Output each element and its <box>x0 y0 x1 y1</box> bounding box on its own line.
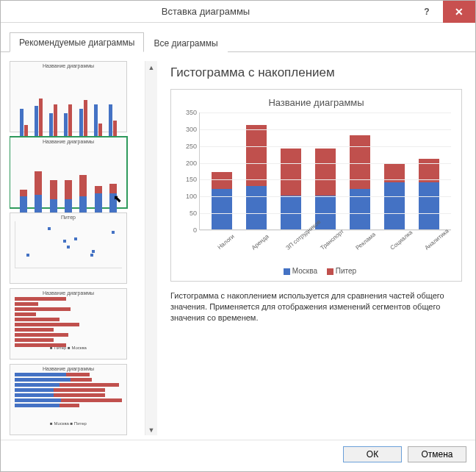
ok-button[interactable]: ОК <box>343 446 402 462</box>
thumb-scatter[interactable]: Питер <box>10 212 127 284</box>
y-tick: 0 <box>179 226 197 234</box>
thumb-title: Название диаграммы <box>12 63 125 68</box>
close-button[interactable]: ✕ <box>443 1 475 23</box>
tabstrip: Рекомендуемые диаграммы Все диаграммы <box>1 23 475 52</box>
chart-plot-area: 050100150200250300350 <box>199 112 451 230</box>
legend-swatch-b <box>327 268 333 275</box>
y-tick: 300 <box>179 126 197 133</box>
thumb-chart <box>15 297 122 344</box>
thumb-chart <box>15 70 122 137</box>
chart-preview-pane: Гистограмма с накоплением Название диагр… <box>160 61 466 435</box>
y-tick: 100 <box>179 193 197 200</box>
thumb-title: Название диаграммы <box>12 139 125 144</box>
help-button[interactable]: ? <box>411 1 443 23</box>
preview-heading: Гистограмма с накоплением <box>170 65 462 80</box>
dialog-buttons: ОК Отмена <box>1 440 475 471</box>
legend-label-a: Москва <box>292 267 317 275</box>
thumb-chart <box>15 221 122 268</box>
y-tick: 200 <box>179 160 197 167</box>
bar-group <box>350 135 370 229</box>
x-tick: Аренда <box>250 233 284 268</box>
scroll-up-icon[interactable]: ▲ <box>148 62 155 73</box>
thumb-chart <box>15 373 122 420</box>
thumb-clustered-bar[interactable]: Название диаграммы ■ Питер ■ Москва <box>10 288 127 360</box>
x-tick: Реклама <box>354 233 388 268</box>
thumb-title: Название диаграммы <box>12 290 125 296</box>
dialog-body: Название диаграммы ■ Москва ■ Питер Назв… <box>1 52 475 440</box>
x-tick: ЗП сотрудников <box>285 233 319 268</box>
legend-swatch-a <box>284 268 290 275</box>
thumb-chart <box>15 146 122 212</box>
bar-group <box>281 149 301 229</box>
thumb-title: Название диаграммы <box>12 366 125 371</box>
y-tick: 150 <box>179 176 197 183</box>
tab-all[interactable]: Все диаграммы <box>144 33 227 52</box>
x-tick: Налоги <box>215 233 249 268</box>
y-tick: 250 <box>179 143 197 150</box>
chart-thumbnails: Название диаграммы ■ Москва ■ Питер Назв… <box>10 61 142 435</box>
thumbnails-scrollbar[interactable]: ▲ ▼ <box>145 61 157 435</box>
tab-recommended[interactable]: Рекомендуемые диаграммы <box>10 32 144 52</box>
titlebar: Вставка диаграммы ? ✕ <box>1 1 475 23</box>
scroll-down-icon[interactable]: ▼ <box>148 425 155 435</box>
window-title: Вставка диаграммы <box>1 6 411 17</box>
chart-description: Гистограмма с накоплением используется д… <box>170 290 462 323</box>
y-tick: 50 <box>179 210 197 217</box>
cancel-button[interactable]: Отмена <box>408 446 466 462</box>
chart-title: Название диаграммы <box>177 97 455 108</box>
x-tick: Социалка <box>389 233 423 268</box>
legend-label-b: Питер <box>336 267 356 275</box>
bar-group <box>315 149 336 229</box>
bar-group <box>212 172 232 229</box>
x-tick: Аналитика <box>424 233 458 268</box>
y-tick: 350 <box>179 109 197 116</box>
chart-x-labels: НалогиАрендаЗП сотрудниковТранспортРекла… <box>199 230 451 261</box>
thumb-clustered-column[interactable]: Название диаграммы ■ Москва ■ Питер <box>10 61 127 132</box>
thumb-stacked-column[interactable]: Название диаграммы ■ Москва ■ Питер ⬉ <box>10 137 127 208</box>
chart-preview: Название диаграммы 050100150200250300350… <box>170 89 462 282</box>
chart-legend: Москва Питер <box>177 267 455 275</box>
thumb-stacked-bar[interactable]: Название диаграммы ■ Москва ■ Питер <box>10 364 127 435</box>
bar-group <box>419 159 439 229</box>
thumb-title: Питер <box>12 215 125 220</box>
thumb-legend: ■ Москва ■ Питер <box>12 421 125 426</box>
x-tick: Транспорт <box>320 233 353 268</box>
